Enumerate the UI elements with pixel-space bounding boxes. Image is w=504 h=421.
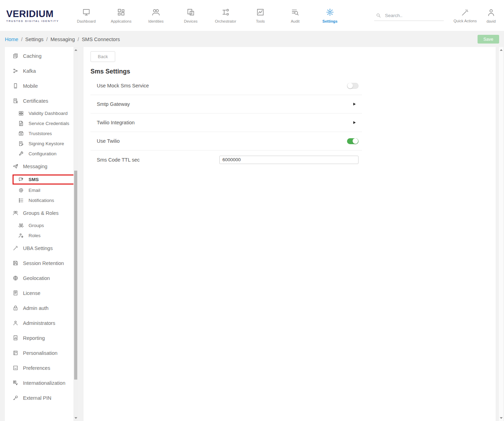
back-button[interactable]: Back <box>90 51 115 62</box>
sidebar-item-label: SMS <box>29 177 39 182</box>
sidebar-item-groups[interactable]: Groups <box>5 220 78 231</box>
expand-arrow-icon[interactable] <box>353 121 356 124</box>
sidebar-item-certificates[interactable]: Certificates <box>5 93 78 108</box>
sidebar-item-notifications[interactable]: Notifications <box>5 195 78 205</box>
toggle-knob <box>353 138 358 144</box>
sidebar-item-label: Personalisation <box>23 350 57 356</box>
lock-icon <box>13 305 18 311</box>
sidebar-item-email[interactable]: Email <box>5 185 78 195</box>
sidebar-item-session-retention[interactable]: Session Retention <box>5 256 78 271</box>
use-mock-sms-service-toggle[interactable] <box>347 83 359 89</box>
orchestrator-icon <box>221 8 230 17</box>
user-menu[interactable]: david <box>487 8 496 23</box>
license-icon <box>13 290 18 296</box>
nav-audit[interactable]: Audit <box>278 8 313 23</box>
sidebar-item-label: Preferences <box>23 365 50 371</box>
sidebar-item-service-credentials[interactable]: Service Credentials <box>5 118 78 128</box>
user-name-label: david <box>487 19 496 23</box>
sidebar-item-uba-settings[interactable]: UBA Settings <box>5 241 78 256</box>
use-twilio-toggle[interactable] <box>347 138 359 144</box>
sidebar-item-label: Caching <box>23 53 41 59</box>
nav-orchestrator[interactable]: Orchestrator <box>208 8 243 23</box>
nav-identities[interactable]: Identities <box>139 8 173 23</box>
nav-dashboard[interactable]: Dashboard <box>69 8 104 23</box>
sidebar-item-personalisation[interactable]: Personalisation <box>5 345 78 360</box>
sidebar-item-license[interactable]: License <box>5 286 78 301</box>
sidebar-item-truststores[interactable]: Truststores <box>5 128 78 139</box>
sidebar-item-label: Mobile <box>23 83 38 89</box>
sidebar-item-label: Internationalization <box>23 380 65 386</box>
breadcrumb-item-settings[interactable]: Settings <box>25 37 44 42</box>
sidebar-item-label: Kafka <box>23 68 36 74</box>
wrench-icon <box>18 151 24 157</box>
network-icon <box>13 68 18 74</box>
nav-devices[interactable]: Devices <box>173 8 208 23</box>
setting-row-use-mock-sms-service: Use Mock Sms Service <box>90 77 362 95</box>
clipboard-icon <box>13 53 18 59</box>
sidebar-item-messaging[interactable]: Messaging <box>5 159 78 174</box>
scroll-down-arrow[interactable] <box>500 417 503 419</box>
scroll-down-arrow[interactable] <box>74 417 77 419</box>
sidebar-item-preferences[interactable]: Preferences <box>5 360 78 375</box>
top-bar-right: Quick Actions david <box>374 8 498 23</box>
sidebar-item-groups-roles[interactable]: Groups & Roles <box>5 205 78 220</box>
nav-tools[interactable]: Tools <box>243 8 278 23</box>
sidebar-item-mobile[interactable]: Mobile <box>5 78 78 93</box>
search-icon[interactable] <box>376 13 381 18</box>
setting-label: Twilio Integration <box>97 120 135 125</box>
scrollbar-thumb[interactable] <box>74 171 77 380</box>
sidebar-item-label: External PIN <box>23 395 51 401</box>
sidebar-item-external-pin[interactable]: External PIN <box>5 390 78 405</box>
sidebar-item-admin-auth[interactable]: Admin auth <box>5 301 78 315</box>
setting-row-smtp-gateway[interactable]: Smtp Gateway <box>90 95 362 114</box>
quick-actions-button[interactable]: Quick Actions <box>454 8 477 23</box>
sidebar-item-configuration[interactable]: Configuration <box>5 149 78 159</box>
breadcrumb-separator: / <box>21 37 23 42</box>
sidebar-item-sms[interactable]: SMS <box>13 174 75 185</box>
setting-label: Use Mock Sms Service <box>97 83 149 88</box>
sidebar-item-kafka[interactable]: Kafka <box>5 63 78 78</box>
monitor-icon <box>82 8 91 17</box>
sidebar-item-validity-dashboard[interactable]: Validity Dashboard <box>5 108 78 118</box>
breadcrumb-separator: / <box>46 37 48 42</box>
search-input[interactable] <box>385 13 437 18</box>
sidebar-item-geolocation[interactable]: Geolocation <box>5 271 78 286</box>
save-button[interactable]: Save <box>478 35 499 44</box>
nav-settings[interactable]: Settings <box>313 8 347 23</box>
breadcrumb-bar: Home/Settings/Messaging/SMS Connectors S… <box>0 31 504 47</box>
paper-plane-icon <box>13 163 18 169</box>
sidebar-item-reporting[interactable]: Reporting <box>5 330 78 345</box>
toggle-knob <box>347 83 353 88</box>
breadcrumb-item-home[interactable]: Home <box>5 37 18 42</box>
sidebar-item-administrators[interactable]: Administrators <box>5 315 78 330</box>
setting-row-twilio-integration[interactable]: Twilio Integration <box>90 114 362 132</box>
settings-rows: Use Mock Sms ServiceSmtp GatewayTwilio I… <box>90 77 362 169</box>
page-title: Sms Settings <box>90 68 489 75</box>
breadcrumb-item-sms-connectors: SMS Connectors <box>82 37 120 42</box>
sidebar-scrollbar[interactable] <box>73 47 78 421</box>
expand-arrow-icon[interactable] <box>353 103 356 106</box>
sms-icon <box>18 177 24 182</box>
grid-icon <box>18 110 24 116</box>
group-icon <box>18 223 24 228</box>
role-icon <box>18 233 24 239</box>
logo-tagline: TRUSTED DIGITAL IDENTITY <box>6 20 69 23</box>
search-box <box>374 10 444 21</box>
scroll-up-arrow[interactable] <box>500 49 503 51</box>
page-scrollbar[interactable] <box>498 47 503 421</box>
breadcrumb-separator: / <box>78 37 79 42</box>
nav-applications[interactable]: Applications <box>104 8 139 23</box>
veridium-logo[interactable]: VERIDIUM TRUSTED DIGITAL IDENTITY <box>6 9 69 23</box>
sms-code-ttl-sec-input[interactable] <box>219 156 359 164</box>
breadcrumb-item-messaging[interactable]: Messaging <box>50 37 75 42</box>
sidebar-item-caching[interactable]: Caching <box>5 48 78 63</box>
scroll-up-arrow[interactable] <box>74 49 77 51</box>
setting-label: Use Twilio <box>97 138 120 144</box>
sidebar-item-signing-keystore[interactable]: Signing Keystore <box>5 139 78 149</box>
sidebar-item-roles[interactable]: Roles <box>5 231 78 241</box>
sidebar-item-internationalization[interactable]: Internationalization <box>5 375 78 390</box>
sidebar-item-label: Email <box>29 188 40 193</box>
globe-icon <box>13 275 18 281</box>
sidebar-item-label: Admin auth <box>23 305 48 311</box>
top-nav: DashboardApplicationsIdentitiesDevicesOr… <box>69 8 347 23</box>
